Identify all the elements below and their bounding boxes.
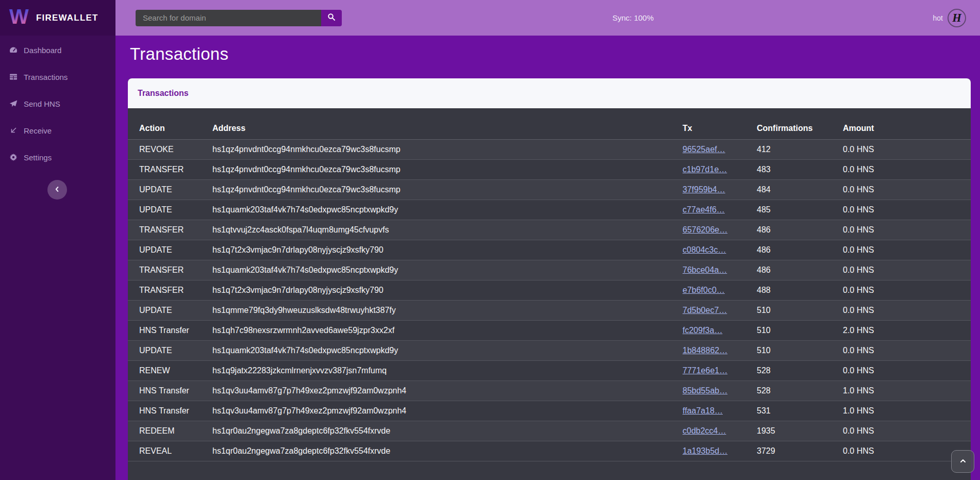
sidebar-item-dashboard[interactable]: Dashboard [0,37,115,63]
search-input[interactable] [136,10,321,26]
amount-cell: 0.0 HNS [843,421,971,441]
table-row: UPDATE hs1q7t2x3vmjac9n7drlapy08nyjyscjz… [128,240,971,260]
confirmations-cell: 412 [757,140,843,160]
confirmations-cell: 531 [757,401,843,421]
column-header-confirmations: Confirmations [757,108,843,140]
confirmations-cell: 528 [757,381,843,401]
action-cell: REVEAL [128,441,212,461]
tx-link[interactable]: 76bce04a… [683,266,727,274]
handshake-logo-icon[interactable]: H [948,9,966,27]
address-cell: hs1qv3uu4amv87g7p7h49xez2pmzwjf92am0wzpn… [212,401,683,421]
table-row: UPDATE hs1qmme79fq3dy9hweuzuslksdw48trwu… [128,301,971,321]
tx-cell: 1b848862… [683,341,757,361]
column-header-tx: Tx [683,108,757,140]
tx-link[interactable]: c1b97d1e… [683,165,727,174]
amount-cell: 0.0 HNS [843,220,971,240]
main-content: Transactions Transactions Action Address… [115,36,980,480]
action-cell: UPDATE [128,341,212,361]
amount-cell: 1.0 HNS [843,381,971,401]
tx-link[interactable]: 6576206e… [683,225,727,234]
sidebar-item-label: Settings [24,153,52,162]
table-header-row: Action Address Tx Confirmations Amount [128,108,971,140]
table-row: REVEAL hs1qr0au2ngegwa7za8gdeptc6fp32fkv… [128,441,971,461]
chevron-left-icon [54,186,61,194]
sidebar-item-label: Transactions [24,73,68,81]
sidebar-item-label: Dashboard [24,46,61,55]
sidebar-item-receive[interactable]: Receive [0,117,115,144]
tx-link[interactable]: 1b848862… [683,346,727,355]
tx-link[interactable]: ffaa7a18… [683,406,723,415]
action-cell: HNS Transfer [128,321,212,341]
card-title: Transactions [138,89,189,98]
sidebar-item-settings[interactable]: Settings [0,144,115,171]
tx-link[interactable]: c0db2cc4… [683,426,726,435]
table-row: UPDATE hs1quamk203taf4vk7h74s0edxpwc85nc… [128,200,971,220]
tx-link[interactable]: 7d5b0ec7… [683,306,727,315]
table-row: HNS Transfer hs1qv3uu4amv87g7p7h49xez2pm… [128,401,971,421]
tx-link[interactable]: 7771e6e1… [683,366,727,375]
address-cell: hs1qtvvuj2zc4asck0fspa7l4uqm8umg45cfvupv… [212,220,683,240]
sync-status: Sync: 100% [612,0,654,36]
amount-cell: 0.0 HNS [843,260,971,280]
address-cell: hs1qz4pnvdnt0ccg94nmkhcu0ezca79wc3s8fucs… [212,140,683,160]
tx-link[interactable]: 96525aef… [683,145,725,154]
paper-plane-icon [9,100,18,108]
transactions-table: Action Address Tx Confirmations Amount R… [128,108,971,461]
tx-cell: 7d5b0ec7… [683,301,757,321]
scroll-to-top-button[interactable] [951,450,974,473]
table-row: UPDATE hs1qz4pnvdnt0ccg94nmkhcu0ezca79wc… [128,180,971,200]
tx-cell: c1b97d1e… [683,160,757,180]
tx-cell: 76bce04a… [683,260,757,280]
table-row: HNS Transfer hs1qh7c98nexsrzwrmnh2avved6… [128,321,971,341]
tx-cell: 1a193b5d… [683,441,757,461]
confirmations-cell: 485 [757,200,843,220]
amount-cell: 0.0 HNS [843,240,971,260]
address-cell: hs1qz4pnvdnt0ccg94nmkhcu0ezca79wc3s8fucs… [212,160,683,180]
action-cell: TRANSFER [128,220,212,240]
action-cell: UPDATE [128,200,212,220]
tx-link[interactable]: 1a193b5d… [683,446,727,455]
tx-link[interactable]: 85bd55ab… [683,386,727,395]
amount-cell: 2.0 HNS [843,321,971,341]
table-icon [9,73,18,81]
firewallet-logo-icon: W [7,6,31,30]
sidebar-item-label: Send HNS [24,100,60,108]
tx-link[interactable]: 37f959b4… [683,185,725,194]
address-cell: hs1q7t2x3vmjac9n7drlapy08nyjyscjz9xsfky7… [212,280,683,301]
sidebar-nav: Dashboard Transactions Send HNS [0,37,115,171]
amount-cell: 0.0 HNS [843,180,971,200]
amount-cell: 0.0 HNS [843,341,971,361]
tx-link[interactable]: fc209f3a… [683,326,722,335]
tx-cell: fc209f3a… [683,321,757,341]
tx-link[interactable]: e7b6f0c0… [683,286,725,294]
sidebar-item-transactions[interactable]: Transactions [0,63,115,90]
search-icon [327,13,336,23]
amount-cell: 0.0 HNS [843,301,971,321]
gauge-icon [9,46,18,54]
sidebar: W FIREWALLET Dashboard [0,0,115,480]
address-cell: hs1quamk203taf4vk7h74s0edxpwc85ncptxwpkd… [212,341,683,361]
tx-cell: e7b6f0c0… [683,280,757,301]
column-header-amount: Amount [843,108,971,140]
action-cell: HNS Transfer [128,401,212,421]
action-cell: UPDATE [128,301,212,321]
search-button[interactable] [321,10,342,26]
tx-cell: c77ae4f6… [683,200,757,220]
confirmations-cell: 486 [757,240,843,260]
chevron-up-icon [959,457,967,467]
amount-cell: 1.0 HNS [843,401,971,421]
action-cell: TRANSFER [128,160,212,180]
confirmations-cell: 1935 [757,421,843,441]
tx-link[interactable]: c77ae4f6… [683,205,725,214]
address-cell: hs1qr0au2ngegwa7za8gdeptc6fp32fkv554fxrv… [212,421,683,441]
column-header-address: Address [212,108,683,140]
table-row: HNS Transfer hs1qv3uu4amv87g7p7h49xez2pm… [128,381,971,401]
action-cell: TRANSFER [128,280,212,301]
address-cell: hs1qmme79fq3dy9hweuzuslksdw48trwuyhkt387… [212,301,683,321]
confirmations-cell: 510 [757,321,843,341]
tx-link[interactable]: c0804c3c… [683,245,726,254]
wallet-widget: hot H [933,0,966,36]
sidebar-collapse-button[interactable] [47,180,67,200]
sidebar-item-send-hns[interactable]: Send HNS [0,90,115,117]
amount-cell: 0.0 HNS [843,280,971,301]
